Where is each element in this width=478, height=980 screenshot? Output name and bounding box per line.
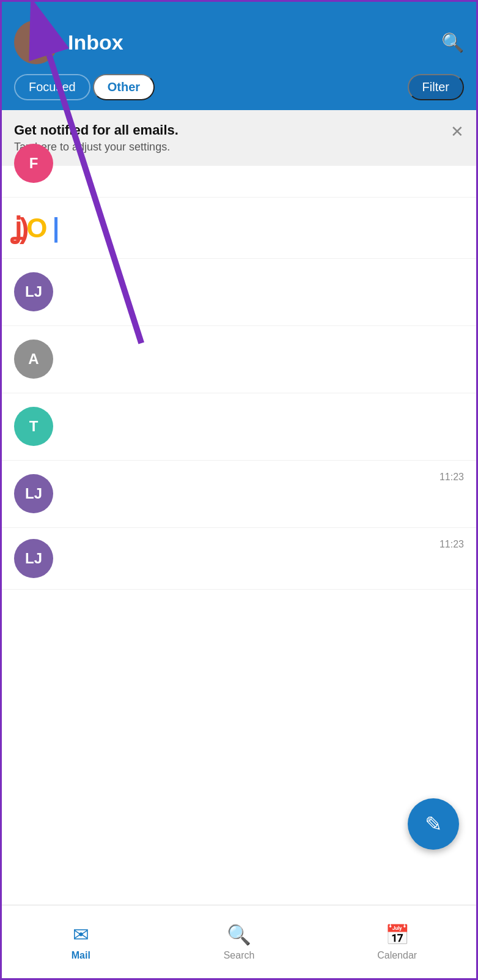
header-top: P Inbox 🔍 [14,20,464,74]
nav-item-calendar[interactable]: 📅 Calendar [318,923,476,961]
nav-item-mail[interactable]: ✉ Mail [2,923,160,961]
nav-mail-label: Mail [72,950,90,961]
email-meta: 11:23 [53,539,464,550]
avatar: LJ [14,474,53,513]
tab-focused[interactable]: Focused [14,74,90,100]
nav-item-search[interactable]: 🔍 Search [160,923,318,961]
mail-icon: ✉ [73,923,89,946]
nav-search-label: Search [224,950,255,961]
compose-button[interactable]: ✎ [408,798,459,850]
avatar: A [14,340,53,379]
bottom-nav: ✉ Mail 🔍 Search 📅 Calendar [2,905,476,978]
tab-group: Focused Other [14,74,155,100]
avatar: T [14,407,53,446]
header-tabs: Focused Other Filter [14,74,464,110]
page-title: Inbox [68,31,441,54]
list-item[interactable]: LJ [2,259,476,326]
google-logo: ʝ) O ❘ [14,212,64,245]
compose-icon: ✎ [425,812,442,836]
calendar-icon: 📅 [385,923,410,946]
nav-calendar-label: Calendar [377,950,417,961]
email-time: 11:23 [439,472,464,483]
email-meta: 11:23 [63,472,464,483]
list-item[interactable]: LJ 11:23 [2,461,476,528]
tab-other[interactable]: Other [93,74,155,100]
search-icon[interactable]: 🔍 [441,32,464,53]
email-content [63,270,464,272]
list-item[interactable]: LJ 11:23 [2,528,476,590]
search-nav-icon: 🔍 [227,923,251,946]
avatar: LJ [14,272,53,311]
header: P Inbox 🔍 Focused Other Filter [2,2,476,110]
avatar: F [14,144,53,183]
email-content [63,404,464,407]
email-list: F ʝ) O ❘ LJ [2,130,476,905]
list-item[interactable]: F [2,130,476,198]
email-content [63,337,464,340]
filter-button[interactable]: Filter [408,74,464,100]
email-content: 11:23 [53,539,464,552]
list-item[interactable]: A [2,326,476,393]
email-content [63,141,464,144]
email-content [73,227,464,229]
list-item[interactable]: T [2,393,476,461]
email-content: 11:23 [63,472,464,485]
list-item[interactable]: ʝ) O ❘ [2,198,476,259]
email-time: 11:23 [439,539,464,550]
avatar: LJ [14,539,53,578]
profile-avatar[interactable]: P [14,20,58,64]
